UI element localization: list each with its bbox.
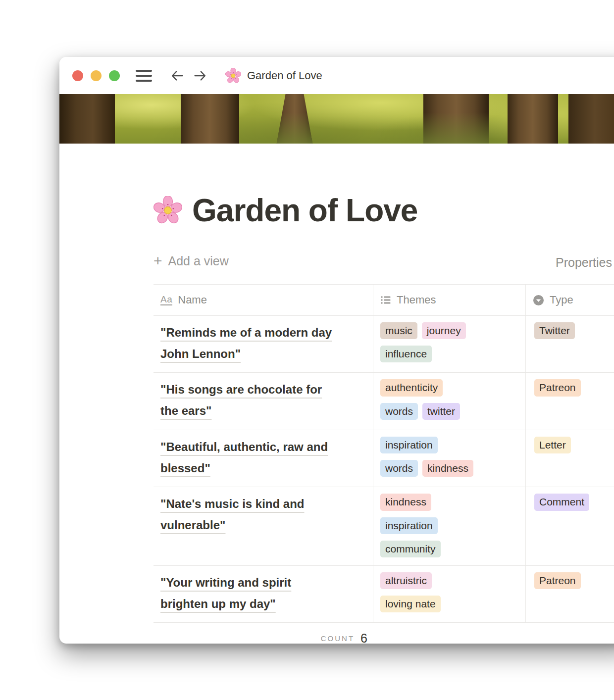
close-window-button[interactable] <box>72 70 83 81</box>
tree-trunk <box>181 94 239 144</box>
table-row: "Nate's music is kind andvulnerable"kind… <box>154 487 614 566</box>
minimize-window-button[interactable] <box>91 70 102 81</box>
forward-arrow-icon[interactable] <box>193 68 207 83</box>
view-toolbar: + Add a view Properties <box>154 253 614 273</box>
row-title-link[interactable]: John Lennon" <box>160 347 241 360</box>
theme-tag: kindness <box>380 494 431 510</box>
title-property-icon: Aa <box>160 295 172 306</box>
page-title: Garden of Love <box>192 192 417 229</box>
table-header-row: Aa Name Themes <box>154 284 614 316</box>
window-titlebar: Garden of Love <box>59 57 614 94</box>
column-header-themes[interactable]: Themes <box>373 285 526 315</box>
row-title-link[interactable]: the ears" <box>160 404 211 417</box>
name-cell[interactable]: "Your writing and spiritbrighten up my d… <box>154 566 373 622</box>
type-tag: Twitter <box>534 322 575 339</box>
column-header-type[interactable]: Type <box>526 285 614 315</box>
table-row: "Beautiful, authentic, raw andblessed"in… <box>154 430 614 487</box>
type-tag: Patreon <box>534 572 581 589</box>
multi-select-list-icon <box>380 295 391 305</box>
page-icon-cherry-blossom[interactable] <box>154 196 182 225</box>
type-cell[interactable]: Patreon <box>526 373 614 429</box>
type-tag: Letter <box>534 437 571 453</box>
theme-tag: community <box>380 541 441 557</box>
row-title-link[interactable]: vulnerable" <box>160 518 225 532</box>
add-view-label: Add a view <box>168 254 229 268</box>
back-arrow-icon[interactable] <box>170 68 185 83</box>
table-row: "Reminds me of a modern dayJohn Lennon"m… <box>154 316 614 373</box>
themes-cell[interactable]: kindnessinspirationcommunity <box>373 487 526 565</box>
type-cell[interactable]: Patreon <box>526 566 614 622</box>
table-row: "Your writing and spiritbrighten up my d… <box>154 566 614 623</box>
count-value: 6 <box>360 631 367 646</box>
name-cell[interactable]: "His songs are chocolate forthe ears" <box>154 373 373 429</box>
name-cell[interactable]: "Nate's music is kind andvulnerable" <box>154 487 373 565</box>
theme-tag: loving nate <box>380 596 441 612</box>
theme-tag: words <box>380 403 418 420</box>
column-label: Name <box>178 294 207 306</box>
tree-trunk <box>508 94 558 144</box>
table-footer: COUNT 6 <box>154 623 614 653</box>
row-title-link[interactable]: blessed" <box>160 461 210 475</box>
theme-tag: kindness <box>422 460 473 477</box>
theme-tag: altruistric <box>380 572 432 589</box>
app-window: Garden of Love Garden of Love + Add a vi… <box>59 57 614 644</box>
themes-cell[interactable]: altruistricloving nate <box>373 566 526 622</box>
name-cell[interactable]: "Reminds me of a modern dayJohn Lennon" <box>154 316 373 372</box>
page-header: Garden of Love <box>154 192 614 229</box>
type-cell[interactable]: Comment <box>526 487 614 565</box>
row-title-link[interactable]: "Reminds me of a modern day <box>160 326 332 339</box>
type-cell[interactable]: Letter <box>526 430 614 487</box>
column-label: Themes <box>397 294 436 306</box>
desktop-background: Garden of Love Garden of Love + Add a vi… <box>0 0 614 700</box>
sidebar-menu-icon[interactable] <box>136 70 152 82</box>
theme-tag: inspiration <box>380 517 438 534</box>
page-cover-forest-photo <box>59 94 614 144</box>
tree-trunk <box>59 94 115 144</box>
table-body: "Reminds me of a modern dayJohn Lennon"m… <box>154 316 614 623</box>
count-aggregate[interactable]: COUNT 6 <box>154 623 373 653</box>
plus-icon: + <box>154 253 162 268</box>
tree-trunk <box>423 94 489 144</box>
tree-trunk <box>276 94 313 144</box>
properties-button[interactable]: Properties <box>556 255 612 270</box>
row-title-link[interactable]: "His songs are chocolate for <box>160 383 322 396</box>
column-header-name[interactable]: Aa Name <box>154 285 373 315</box>
theme-tag: journey <box>422 322 466 339</box>
row-title-link[interactable]: "Beautiful, authentic, raw and <box>160 440 328 453</box>
document-title-text: Garden of Love <box>247 69 322 82</box>
traffic-lights <box>72 70 120 81</box>
themes-cell[interactable]: inspirationwordskindness <box>373 430 526 487</box>
theme-tag: twitter <box>422 403 460 420</box>
zoom-window-button[interactable] <box>109 70 120 81</box>
database-table: Aa Name Themes <box>154 284 614 653</box>
theme-tag: authenticity <box>380 379 443 396</box>
themes-cell[interactable]: authenticitywordstwitter <box>373 373 526 429</box>
column-label: Type <box>550 294 573 306</box>
theme-tag: inspiration <box>380 437 438 453</box>
row-title-link[interactable]: "Your writing and spirit <box>160 576 291 589</box>
theme-tag: influence <box>380 346 432 362</box>
name-cell[interactable]: "Beautiful, authentic, raw andblessed" <box>154 430 373 487</box>
count-label: COUNT <box>321 634 355 643</box>
type-tag: Comment <box>534 494 589 510</box>
themes-cell[interactable]: musicjourneyinfluence <box>373 316 526 372</box>
row-title-link[interactable]: brighten up my day" <box>160 597 276 610</box>
type-cell[interactable]: Twitter <box>526 316 614 372</box>
theme-tag: music <box>380 322 417 339</box>
tree-trunk <box>568 94 614 144</box>
row-title-link[interactable]: "Nate's music is kind and <box>160 497 305 510</box>
type-tag: Patreon <box>534 379 581 396</box>
table-row: "His songs are chocolate forthe ears"aut… <box>154 373 614 430</box>
cherry-blossom-icon <box>225 68 241 84</box>
select-property-icon <box>533 295 544 306</box>
theme-tag: words <box>380 460 418 477</box>
document-title: Garden of Love <box>225 68 322 84</box>
add-view-button[interactable]: + Add a view <box>154 253 229 268</box>
